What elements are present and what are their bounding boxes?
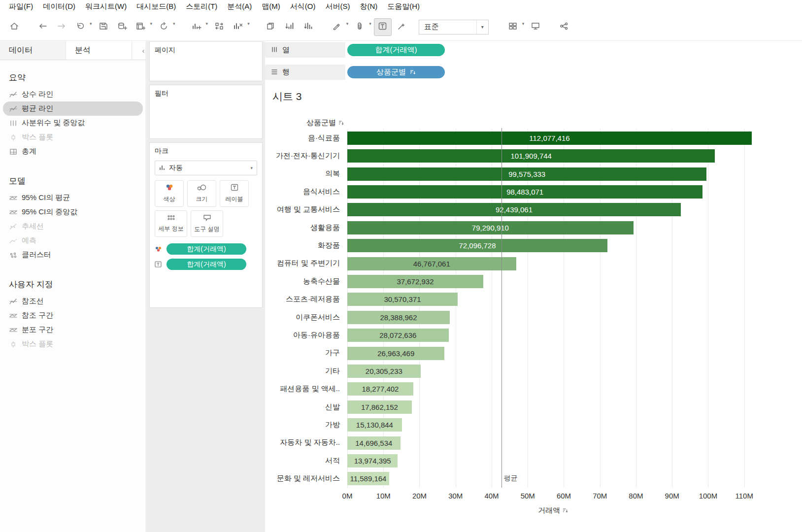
row-label[interactable]: 음·식료품 xyxy=(265,129,344,147)
detail-button[interactable]: 세부 정보 xyxy=(155,210,187,237)
bar[interactable]: 98,483,071 xyxy=(347,185,702,199)
analytics-item[interactable]: 사분위수 및 중앙값 xyxy=(3,116,143,130)
row-label[interactable]: 이쿠폰서비스 xyxy=(265,308,344,326)
highlighter-caret-icon[interactable]: ▾ xyxy=(346,17,349,30)
back-button[interactable] xyxy=(34,19,51,35)
collapse-pane-button[interactable]: ‹ xyxy=(132,41,146,60)
bar[interactable]: 112,077,416 xyxy=(347,132,752,145)
tab-analytics[interactable]: 분석 xyxy=(66,41,132,60)
row-label[interactable]: 생활용품 xyxy=(265,219,344,236)
size-button[interactable]: 크기 xyxy=(187,180,216,207)
fix-axes-button[interactable] xyxy=(393,19,410,35)
fit-selector-caret-icon[interactable]: ▾ xyxy=(476,20,488,34)
menu-item[interactable]: 도움말(H) xyxy=(382,2,425,11)
analytics-item[interactable]: 95% CI의 중앙값 xyxy=(3,205,143,219)
color-button[interactable]: 색상 xyxy=(155,180,184,207)
analytics-item[interactable]: 참조 구간 xyxy=(3,308,143,323)
bar[interactable]: 99,575,333 xyxy=(347,167,706,181)
menu-item[interactable]: 창(N) xyxy=(355,2,382,11)
row-field-label[interactable]: 상품군별 xyxy=(265,118,344,128)
rows-shelf[interactable]: 행 상품군별 xyxy=(265,65,802,80)
menu-item[interactable]: 파일(F) xyxy=(4,2,38,11)
row-label[interactable]: 서적 xyxy=(265,452,344,469)
menu-item[interactable]: 대시보드(B) xyxy=(132,2,181,11)
menu-item[interactable]: 데이터(D) xyxy=(38,2,80,11)
row-label[interactable]: 패션용품 및 액세.. xyxy=(265,380,344,398)
tooltip-button[interactable]: 도구 설명 xyxy=(191,210,223,237)
bar[interactable]: 28,072,636 xyxy=(347,329,449,342)
row-label[interactable]: 여행 및 교통서비스 xyxy=(265,201,344,219)
bar[interactable]: 28,388,962 xyxy=(347,311,450,324)
row-label[interactable]: 신발 xyxy=(265,398,344,416)
add-sheet-caret-icon[interactable]: ▾ xyxy=(206,17,208,30)
sort-ascending-button[interactable] xyxy=(281,19,298,35)
mark-pill-label[interactable]: 합계(거래액) xyxy=(167,259,246,270)
row-label[interactable]: 가구 xyxy=(265,344,344,362)
group-members-caret-icon[interactable]: ▾ xyxy=(369,17,371,30)
menu-item[interactable]: 워크시트(W) xyxy=(80,2,132,11)
filters-shelf[interactable]: 필터 xyxy=(149,85,263,139)
format-highlighter-button[interactable] xyxy=(329,19,345,35)
bar[interactable]: 72,096,728 xyxy=(347,239,607,252)
bar[interactable]: 37,672,932 xyxy=(347,275,483,288)
sort-descending-button[interactable] xyxy=(300,19,317,35)
duplicate-button[interactable] xyxy=(263,19,279,35)
average-reference-line[interactable] xyxy=(501,128,502,488)
row-label[interactable]: 아동·유아용품 xyxy=(265,326,344,344)
menu-item[interactable]: 서버(S) xyxy=(320,2,355,11)
row-label[interactable]: 가방 xyxy=(265,416,344,433)
clear-sheet-caret-icon[interactable]: ▾ xyxy=(247,17,250,30)
row-label[interactable]: 문화 및 레저서비스 xyxy=(265,469,344,487)
tab-data[interactable]: 데이터 xyxy=(0,41,66,60)
new-worksheet-button[interactable] xyxy=(133,19,149,35)
home-button[interactable] xyxy=(6,19,23,35)
row-label[interactable]: 기타 xyxy=(265,362,344,380)
analytics-item[interactable]: 참조선 xyxy=(3,294,143,308)
row-label[interactable]: 화장품 xyxy=(265,236,344,254)
undo-button[interactable] xyxy=(72,19,89,35)
row-label[interactable]: 컴퓨터 및 주변기기 xyxy=(265,255,344,272)
columns-shelf[interactable]: 열 합계(거래액) xyxy=(265,42,802,58)
show-mark-labels-button[interactable] xyxy=(374,19,391,35)
show-cards-caret-icon[interactable]: ▾ xyxy=(522,17,525,30)
swap-rows-columns-button[interactable] xyxy=(211,19,228,35)
bar[interactable]: 15,130,844 xyxy=(347,418,402,432)
analytics-item[interactable]: 총계 xyxy=(3,144,143,159)
row-label[interactable]: 스포츠·레저용품 xyxy=(265,291,344,308)
menu-item[interactable]: 맵(M) xyxy=(257,2,285,11)
bar[interactable]: 79,290,910 xyxy=(347,221,634,234)
bar[interactable]: 46,767,061 xyxy=(347,257,516,270)
clear-sheet-button[interactable] xyxy=(230,19,246,35)
bar[interactable]: 92,439,061 xyxy=(347,203,681,216)
mark-type-dropdown[interactable]: 자동 ▾ xyxy=(155,161,257,175)
menu-item[interactable]: 서식(O) xyxy=(285,2,321,11)
analytics-item[interactable]: 클러스터 xyxy=(3,248,143,262)
bar[interactable]: 18,277,402 xyxy=(347,382,413,396)
row-label[interactable]: 가전·전자·통신기기 xyxy=(265,147,344,165)
refresh-data-button[interactable] xyxy=(155,19,172,35)
group-members-button[interactable] xyxy=(351,19,368,35)
label-button[interactable]: 레이블 xyxy=(220,180,249,207)
analytics-item[interactable]: 95% CI의 평균 xyxy=(3,191,143,205)
refresh-caret-icon[interactable]: ▾ xyxy=(173,17,175,30)
analytics-item[interactable]: 분포 구간 xyxy=(3,323,143,337)
menu-item[interactable]: 분석(A) xyxy=(222,2,257,11)
add-data-source-button[interactable] xyxy=(114,19,131,35)
bar[interactable]: 13,974,395 xyxy=(347,454,398,467)
forward-button[interactable] xyxy=(53,19,70,35)
fit-selector[interactable]: 표준 ▾ xyxy=(419,20,489,34)
bar[interactable]: 11,589,164 xyxy=(347,472,389,485)
bar[interactable]: 26,963,469 xyxy=(347,347,444,360)
columns-pill[interactable]: 합계(거래액) xyxy=(347,44,445,56)
row-label[interactable]: 음식서비스 xyxy=(265,183,344,200)
new-worksheet-caret-icon[interactable]: ▾ xyxy=(150,17,153,30)
analytics-item[interactable]: 평균 라인 xyxy=(3,101,143,116)
x-axis-title[interactable]: 거래액 xyxy=(347,506,759,515)
save-button[interactable] xyxy=(95,19,112,35)
bar[interactable]: 17,862,152 xyxy=(347,400,412,414)
menu-item[interactable]: 스토리(T) xyxy=(181,2,222,11)
pages-shelf[interactable]: 페이지 xyxy=(149,41,263,81)
rows-pill[interactable]: 상품군별 xyxy=(347,66,445,78)
bar[interactable]: 30,570,371 xyxy=(347,293,458,306)
bar[interactable]: 101,909,744 xyxy=(347,149,715,163)
